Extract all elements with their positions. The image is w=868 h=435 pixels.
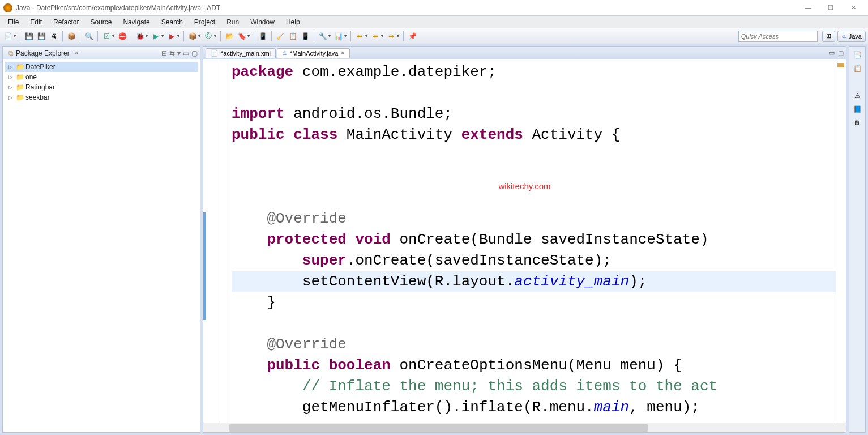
marker-icon[interactable] xyxy=(837,63,844,67)
lint-icon[interactable]: 📋 xyxy=(287,31,298,42)
maximize-view-icon[interactable]: ▢ xyxy=(191,49,198,57)
close-icon[interactable]: ✕ xyxy=(74,50,79,56)
package-explorer-tab[interactable]: ⧉ Package Explorer ✕ xyxy=(5,48,82,58)
device-icon[interactable]: 📱 xyxy=(300,31,311,42)
problems-view-icon[interactable]: ⚠ xyxy=(853,91,862,100)
package-explorer-icon: ⧉ xyxy=(8,49,14,57)
menu-run[interactable]: Run xyxy=(221,17,245,27)
menu-navigate[interactable]: Navigate xyxy=(117,17,155,27)
open-task-icon[interactable]: 🔖 xyxy=(236,31,247,42)
main-toolbar: 📄▾ 💾 💾 🖨 📦 🔍 ☑▾ ⛔ 🐞▾ ▶▾ ▶▾ 📦▾ Ⓒ▾ 📂 🔖▾ 📱 … xyxy=(0,28,868,44)
javadoc-view-icon[interactable]: 📘 xyxy=(853,105,862,114)
quick-access xyxy=(738,31,818,42)
tab-label: *activity_main.xml xyxy=(221,50,271,57)
menu-edit[interactable]: Edit xyxy=(24,17,48,27)
open-folder-icon[interactable]: 📂 xyxy=(224,31,235,42)
tree-item-datepiker[interactable]: ▷ 📁 DatePiker xyxy=(5,62,198,72)
menu-project[interactable]: Project xyxy=(189,17,221,27)
xml-file-icon: 📄 xyxy=(211,49,219,57)
avd-icon[interactable]: 🧹 xyxy=(275,31,286,42)
debug-icon[interactable]: 🐞 xyxy=(134,31,146,42)
project-icon: 📁 xyxy=(15,83,24,91)
tree-item-seekbar[interactable]: ▷ 📁 seekbar xyxy=(5,92,198,103)
last-edit-icon[interactable]: ➡ xyxy=(386,31,397,42)
overview-ruler[interactable] xyxy=(836,59,846,423)
open-perspective-button[interactable]: ⊞ xyxy=(822,31,835,42)
editor-tab-activity-main[interactable]: 📄 *activity_main.xml xyxy=(206,48,276,58)
maximize-button[interactable]: ☐ xyxy=(819,2,842,14)
quick-access-input[interactable] xyxy=(738,31,818,42)
menu-help[interactable]: Help xyxy=(280,17,306,27)
java-perspective-label: Java xyxy=(849,33,862,40)
save-all-icon[interactable]: 💾 xyxy=(36,31,47,42)
uiautomator-icon[interactable]: 🔧 xyxy=(317,31,328,42)
new-package-icon[interactable]: 📦 xyxy=(187,31,198,42)
menu-refactor[interactable]: Refactor xyxy=(48,17,84,27)
app-icon xyxy=(3,3,12,12)
open-type-icon[interactable]: 🔍 xyxy=(83,31,95,42)
close-tab-icon[interactable]: ✕ xyxy=(340,50,345,56)
project-icon: 📁 xyxy=(15,63,24,71)
editor-area: 📄 *activity_main.xml ♨ *MainActivity.jav… xyxy=(203,46,846,433)
view-menu-icon[interactable]: ▾ xyxy=(177,49,181,57)
java-perspective-button[interactable]: ♨ Java xyxy=(837,31,866,42)
code-content[interactable]: package com.example.datepiker; import an… xyxy=(229,59,836,423)
menu-search[interactable]: Search xyxy=(156,17,189,27)
external-tools-icon[interactable]: ▶ xyxy=(166,31,177,42)
tree-label: Ratingbar xyxy=(25,83,55,91)
window-title: Java - DatePiker/src/com/example/datepik… xyxy=(16,4,797,12)
tree-item-one[interactable]: ▷ 📁 one xyxy=(5,72,198,82)
maximize-editor-icon[interactable]: ▢ xyxy=(838,49,844,57)
java-file-icon: ♨ xyxy=(282,49,288,57)
new-icon[interactable]: 📄 xyxy=(2,31,14,42)
declaration-view-icon[interactable]: 🗎 xyxy=(853,118,862,127)
build-icon[interactable]: 📦 xyxy=(66,31,77,42)
tree-label: seekbar xyxy=(25,93,50,101)
minimize-view-icon[interactable]: ▭ xyxy=(183,49,189,57)
android-sdk-icon[interactable]: 📱 xyxy=(257,31,268,42)
collapse-all-icon[interactable]: ⊟ xyxy=(161,49,167,57)
forward-icon[interactable]: ⬅ xyxy=(370,31,381,42)
expander-icon[interactable]: ▷ xyxy=(8,95,14,100)
link-editor-icon[interactable]: ⇆ xyxy=(169,49,175,57)
tree-item-ratingbar[interactable]: ▷ 📁 Ratingbar xyxy=(5,82,198,92)
back-icon[interactable]: ⬅ xyxy=(354,31,365,42)
tree-label: DatePiker xyxy=(25,63,55,71)
expander-icon[interactable]: ▷ xyxy=(8,64,14,70)
new-class-icon[interactable]: Ⓒ xyxy=(203,31,214,42)
tab-label: *MainActivity.java xyxy=(290,50,338,57)
menu-source[interactable]: Source xyxy=(84,17,117,27)
checkbox-icon[interactable]: ☑ xyxy=(101,31,112,42)
minimize-button[interactable]: — xyxy=(797,2,819,14)
project-icon: 📁 xyxy=(15,93,24,101)
code-editor[interactable]: package com.example.datepiker; import an… xyxy=(203,59,846,423)
perspective-switcher: ⊞ ♨ Java xyxy=(822,31,866,42)
package-explorer-title: Package Explorer xyxy=(16,49,70,57)
editor-tabbar: 📄 *activity_main.xml ♨ *MainActivity.jav… xyxy=(203,47,846,59)
scrollbar-thumb[interactable] xyxy=(229,424,648,432)
gutter xyxy=(203,59,221,423)
outline-view-icon[interactable]: 📑 xyxy=(853,50,862,59)
java-perspective-icon: ♨ xyxy=(841,32,847,40)
menu-file[interactable]: File xyxy=(2,17,24,27)
expander-icon[interactable]: ▷ xyxy=(8,84,14,90)
run-icon[interactable]: ▶ xyxy=(150,31,161,42)
horizontal-scrollbar[interactable] xyxy=(203,423,846,432)
fold-ruler[interactable] xyxy=(221,59,229,423)
right-trim-stack: 📑 📋 ⚠ 📘 🗎 xyxy=(849,46,866,433)
task-list-icon[interactable]: 📋 xyxy=(853,64,862,73)
package-tree: ▷ 📁 DatePiker ▷ 📁 one ▷ 📁 Ratingbar ▷ 📁 … xyxy=(3,59,200,432)
window-titlebar: Java - DatePiker/src/com/example/datepik… xyxy=(0,0,868,16)
workspace: ⧉ Package Explorer ✕ ⊟ ⇆ ▾ ▭ ▢ ▷ 📁 DateP… xyxy=(0,44,868,435)
save-icon[interactable]: 💾 xyxy=(23,31,35,42)
print-icon[interactable]: 🖨 xyxy=(48,31,59,42)
expander-icon[interactable]: ▷ xyxy=(8,74,14,80)
menu-window[interactable]: Window xyxy=(245,17,280,27)
editor-tab-mainactivity[interactable]: ♨ *MainActivity.java ✕ xyxy=(277,48,350,58)
minimize-editor-icon[interactable]: ▭ xyxy=(829,49,835,57)
pin-icon[interactable]: 📌 xyxy=(407,31,418,42)
skip-breakpoints-icon[interactable]: ⛔ xyxy=(117,31,128,42)
ddms-icon[interactable]: 📊 xyxy=(333,31,344,42)
close-button[interactable]: ✕ xyxy=(842,2,865,14)
tree-label: one xyxy=(25,73,37,81)
